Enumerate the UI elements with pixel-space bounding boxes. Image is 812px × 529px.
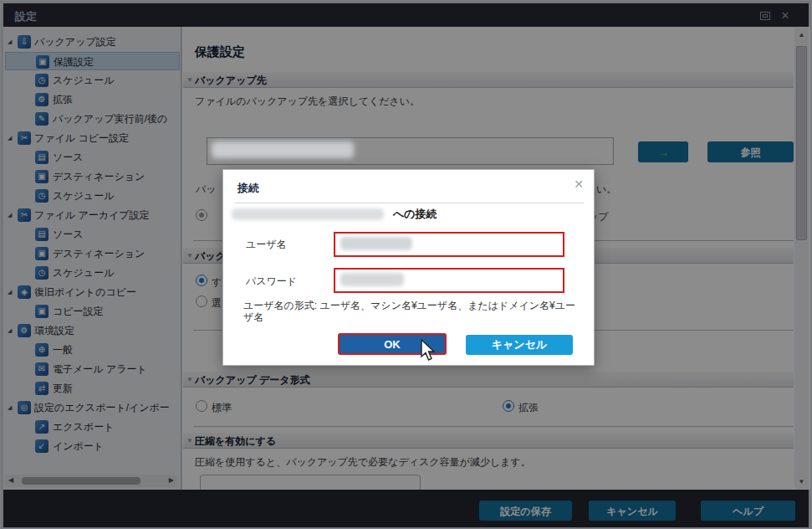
connection-to-text: への接続: [393, 207, 437, 222]
divider: [235, 203, 584, 203]
redacted-path-text: [212, 141, 354, 158]
dialog-cancel-button[interactable]: キャンセル: [466, 335, 573, 355]
dialog-close-icon[interactable]: ✕: [574, 177, 584, 191]
username-format-hint: ユーザ名の形式: ユーザ名、マシン名¥ユーザ名、またはドメイン名¥ユーザ名: [243, 300, 580, 323]
redacted-password: [340, 273, 404, 286]
password-label: パスワード: [246, 275, 297, 289]
mouse-cursor: [419, 339, 437, 362]
dialog-title: 接続: [237, 181, 259, 196]
redacted-server-name: [232, 208, 384, 220]
connection-dialog: 接続 ✕ への接続 ユーザ名 パスワード ユーザ名の形式: ユーザ名、マシン名¥…: [222, 169, 595, 366]
redacted-username: [340, 237, 412, 250]
username-label: ユーザ名: [246, 238, 287, 252]
settings-window: 設定 ✕ ◢⇩バックアップ設定 ▣保護設定 ◷スケジュール ⚙拡張 ✎バックアッ…: [0, 0, 812, 529]
